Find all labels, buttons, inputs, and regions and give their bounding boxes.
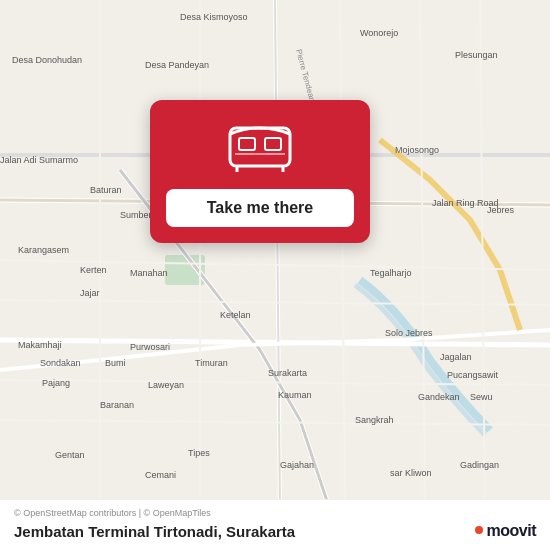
map-label: Gadingan bbox=[460, 460, 499, 470]
svg-rect-22 bbox=[265, 138, 281, 150]
map-label: Kauman bbox=[278, 390, 312, 400]
svg-line-9 bbox=[0, 300, 550, 305]
attribution-text: © OpenStreetMap contributors | © OpenMap… bbox=[14, 508, 536, 518]
map-label: Timuran bbox=[195, 358, 228, 368]
map-label: Plesungan bbox=[455, 50, 498, 60]
map-label: Jagalan bbox=[440, 352, 472, 362]
map-label: Desa Donohudan bbox=[12, 55, 82, 65]
map-label: Tipes bbox=[188, 448, 210, 458]
svg-text:Pierre Tendean: Pierre Tendean bbox=[294, 48, 317, 103]
map-svg: Pierre Tendean bbox=[0, 0, 550, 510]
svg-rect-21 bbox=[239, 138, 255, 150]
map-label: Laweyan bbox=[148, 380, 184, 390]
map-label: Sangkrah bbox=[355, 415, 394, 425]
map-label: Solo Jebres bbox=[385, 328, 433, 338]
map-label: Cemani bbox=[145, 470, 176, 480]
map-label: Manahan bbox=[130, 268, 168, 278]
map-label: Sumber bbox=[120, 210, 152, 220]
svg-line-11 bbox=[0, 420, 550, 425]
map-label: Tegalharjo bbox=[370, 268, 412, 278]
take-me-there-button[interactable]: Take me there bbox=[166, 189, 354, 227]
map-label: Bumi bbox=[105, 358, 126, 368]
moovit-logo-text: moovit bbox=[487, 522, 536, 540]
map-label: Surakarta bbox=[268, 368, 307, 378]
map-label: Kerten bbox=[80, 265, 107, 275]
map-label: Baturan bbox=[90, 185, 122, 195]
map-label: Gandekan bbox=[418, 392, 460, 402]
map-label: Pajang bbox=[42, 378, 70, 388]
map-label: Sondakan bbox=[40, 358, 81, 368]
map-label: Mojosongo bbox=[395, 145, 439, 155]
moovit-logo: moovit bbox=[475, 522, 536, 540]
svg-line-15 bbox=[420, 0, 425, 510]
map-label: Ketelan bbox=[220, 310, 251, 320]
map-label: Desa Pandeyan bbox=[145, 60, 209, 70]
bus-stop-icon bbox=[225, 120, 295, 175]
map-label: Wonorejo bbox=[360, 28, 398, 38]
card-overlay: Take me there bbox=[150, 100, 370, 243]
map-label: Makamhaji bbox=[18, 340, 62, 350]
map-label: Jebres bbox=[487, 205, 514, 215]
moovit-dot bbox=[475, 526, 483, 534]
map-label: sar Kliwon bbox=[390, 468, 432, 478]
location-name: Jembatan Terminal Tirtonadi, Surakarta bbox=[14, 523, 295, 540]
location-row: Jembatan Terminal Tirtonadi, Surakarta m… bbox=[14, 522, 536, 540]
map-label: Karangasem bbox=[18, 245, 69, 255]
svg-line-14 bbox=[340, 0, 345, 510]
map-label: Jajar bbox=[80, 288, 100, 298]
bottom-bar: © OpenStreetMap contributors | © OpenMap… bbox=[0, 499, 550, 550]
map-label: Jalan Adi Sumarmo bbox=[0, 155, 78, 165]
map-label: Baranan bbox=[100, 400, 134, 410]
map-label: Desa Kismoyoso bbox=[180, 12, 248, 22]
map-label: Gajahan bbox=[280, 460, 314, 470]
map-label: Pucangsawit bbox=[447, 370, 498, 380]
map-label: Sewu bbox=[470, 392, 493, 402]
map-container: Pierre Tendean Desa KismoyosoWonorejoPle… bbox=[0, 0, 550, 550]
map-label: Gentan bbox=[55, 450, 85, 460]
map-label: Purwosari bbox=[130, 342, 170, 352]
